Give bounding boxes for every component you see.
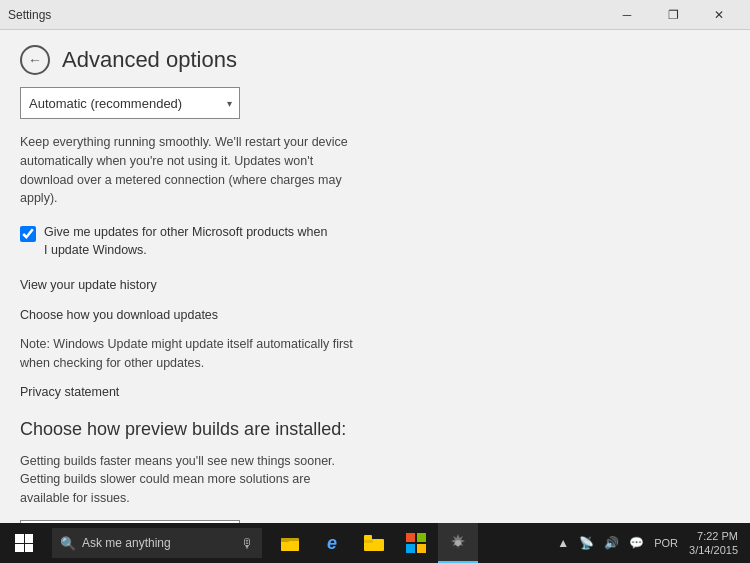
title-bar-left: Settings: [8, 8, 51, 22]
checkbox-row: Give me updates for other Microsoft prod…: [20, 224, 730, 259]
app-window: ← Advanced options Automatic (recommende…: [0, 30, 750, 533]
checkbox-label[interactable]: Give me updates for other Microsoft prod…: [44, 224, 334, 259]
svg-rect-1: [281, 541, 299, 551]
svg-rect-2: [281, 538, 289, 542]
edge-icon: e: [327, 533, 337, 554]
page-title: Advanced options: [62, 47, 237, 73]
title-bar-controls: ─ ❐ ✕: [604, 0, 742, 30]
taskbar: 🔍 Ask me anything 🎙 e: [0, 523, 750, 563]
download-updates-link[interactable]: Choose how you download updates: [20, 308, 218, 322]
store-icon: [406, 533, 426, 553]
win-logo-cell-2: [25, 534, 34, 543]
view-history-link[interactable]: View your update history: [20, 278, 157, 292]
update-description: Keep everything running smoothly. We'll …: [20, 133, 360, 208]
taskbar-right: ▲ 📡 🔊 💬 POR 7:22 PM 3/14/2015: [554, 529, 750, 558]
clock-time: 7:22 PM: [697, 529, 738, 543]
view-history-row: View your update history: [20, 275, 730, 293]
svg-rect-6: [406, 533, 415, 542]
back-button[interactable]: ←: [20, 45, 50, 75]
close-button[interactable]: ✕: [696, 0, 742, 30]
win-logo-cell-1: [15, 534, 24, 543]
taskbar-app-store[interactable]: [396, 523, 436, 563]
download-updates-row: Choose how you download updates: [20, 305, 730, 323]
preview-builds-description: Getting builds faster means you'll see n…: [20, 452, 360, 508]
app-title: Settings: [8, 8, 51, 22]
svg-rect-9: [417, 544, 426, 553]
search-icon: 🔍: [60, 536, 76, 551]
update-mode-dropdown[interactable]: Automatic (recommended) Notify to schedu…: [20, 87, 240, 119]
language-indicator[interactable]: POR: [651, 537, 681, 549]
search-bar[interactable]: 🔍 Ask me anything 🎙: [52, 528, 262, 558]
svg-rect-5: [364, 535, 372, 540]
maximize-button[interactable]: ❐: [650, 0, 696, 30]
tray-arrow-icon[interactable]: ▲: [554, 534, 572, 552]
svg-rect-8: [406, 544, 415, 553]
clock[interactable]: 7:22 PM 3/14/2015: [685, 529, 742, 558]
title-bar: Settings ─ ❐ ✕: [0, 0, 750, 30]
clock-date: 3/14/2015: [689, 543, 738, 557]
file-explorer-icon: [280, 533, 300, 553]
network-icon: 📡: [576, 534, 597, 552]
win-logo-cell-4: [25, 544, 34, 553]
note-text: Note: Windows Update might update itself…: [20, 335, 360, 373]
svg-rect-7: [417, 533, 426, 542]
microsoft-products-checkbox[interactable]: [20, 226, 36, 242]
taskbar-app-edge[interactable]: e: [312, 523, 352, 563]
preview-builds-heading: Choose how preview builds are installed:: [20, 419, 360, 440]
microphone-icon: 🎙: [241, 536, 254, 551]
message-icon[interactable]: 💬: [626, 534, 647, 552]
header-row: ← Advanced options: [20, 45, 730, 75]
taskbar-apps: e: [270, 523, 478, 563]
minimize-button[interactable]: ─: [604, 0, 650, 30]
file-manager-icon: [364, 535, 384, 551]
settings-icon: [449, 534, 467, 552]
privacy-statement-link[interactable]: Privacy statement: [20, 385, 730, 399]
win-logo-cell-3: [15, 544, 24, 553]
start-button[interactable]: [0, 523, 48, 563]
taskbar-app-file-explorer[interactable]: [270, 523, 310, 563]
volume-icon[interactable]: 🔊: [601, 534, 622, 552]
update-mode-wrapper: Automatic (recommended) Notify to schedu…: [20, 87, 730, 119]
taskbar-app-settings[interactable]: [438, 523, 478, 563]
search-placeholder-text: Ask me anything: [82, 536, 235, 550]
windows-logo-icon: [15, 534, 33, 552]
taskbar-app-file-manager[interactable]: [354, 523, 394, 563]
update-mode-dropdown-container[interactable]: Automatic (recommended) Notify to schedu…: [20, 87, 240, 119]
